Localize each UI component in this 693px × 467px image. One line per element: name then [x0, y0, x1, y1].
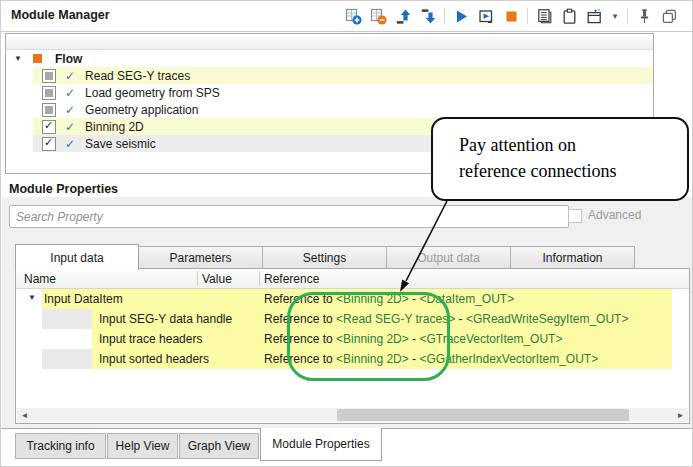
- module-label: Save seismic: [85, 137, 156, 151]
- tab-output-data[interactable]: Output data: [387, 246, 511, 269]
- property-name: Input trace headers: [99, 332, 202, 346]
- float-icon[interactable]: [660, 7, 678, 25]
- module-checkbox[interactable]: [42, 86, 56, 100]
- column-header-name[interactable]: Name: [24, 272, 56, 286]
- tab-input-data[interactable]: Input data: [15, 244, 139, 270]
- module-checkbox[interactable]: [42, 103, 56, 117]
- tab-tracking-info[interactable]: Tracking info: [15, 433, 106, 459]
- module-checkbox[interactable]: [42, 137, 56, 151]
- pin-icon[interactable]: [635, 7, 653, 25]
- table-row[interactable]: Input SEG-Y data handle Reference to <Re…: [16, 309, 672, 329]
- move-down-icon[interactable]: [419, 7, 437, 25]
- new-window-icon[interactable]: [585, 7, 603, 25]
- module-valid-check-icon: ✓: [65, 137, 75, 151]
- flow-icon: [33, 54, 42, 63]
- tab-module-properties[interactable]: Module Properties: [260, 428, 382, 461]
- property-reference: Reference to <Binning 2D> - <GTraceVecto…: [264, 332, 562, 346]
- toolbar-separator: [444, 8, 445, 24]
- advanced-label: Advanced: [588, 208, 641, 222]
- remove-module-icon[interactable]: [369, 7, 387, 25]
- tree-root-label: Flow: [55, 52, 82, 66]
- tab-graph-view[interactable]: Graph View: [179, 433, 259, 459]
- scroll-right-icon[interactable]: ►: [673, 408, 688, 422]
- toolbar: ▾: [344, 6, 678, 26]
- property-reference: Reference to <Binning 2D> - <GGatherInde…: [264, 352, 598, 366]
- add-module-icon[interactable]: [344, 7, 362, 25]
- callout-note: Pay attention on reference connections: [431, 117, 689, 201]
- horizontal-scrollbar[interactable]: ◄ ►: [17, 408, 688, 422]
- table-row[interactable]: Input trace headers Reference to <Binnin…: [16, 329, 672, 349]
- module-properties-heading: Module Properties: [9, 182, 118, 196]
- column-header-reference[interactable]: Reference: [264, 272, 319, 286]
- tab-settings[interactable]: Settings: [263, 246, 387, 269]
- property-name: Input DataItem: [44, 292, 123, 306]
- module-label: Read SEG-Y traces: [85, 69, 190, 83]
- search-property-input[interactable]: [9, 205, 569, 228]
- tree-row-flow[interactable]: ▼ Flow: [6, 50, 653, 67]
- module-valid-check-icon: ✓: [65, 120, 75, 134]
- flow-tree-header: [6, 34, 653, 50]
- paste-icon[interactable]: [560, 7, 578, 25]
- scroll-left-icon[interactable]: ◄: [17, 408, 32, 422]
- scrollbar-thumb[interactable]: [337, 409, 629, 421]
- panel-title: Module Manager: [11, 8, 110, 22]
- module-label: Geometry application: [85, 103, 198, 117]
- advanced-checkbox[interactable]: [568, 209, 582, 223]
- property-reference: Reference to <Read SEG-Y traces> - <GRea…: [264, 312, 628, 326]
- tab-parameters[interactable]: Parameters: [139, 246, 263, 269]
- module-label: Load geometry from SPS: [85, 86, 220, 100]
- tree-row-module[interactable]: ✓ Geometry application: [6, 101, 653, 118]
- run-icon[interactable]: [452, 7, 470, 25]
- module-valid-check-icon: ✓: [65, 69, 75, 83]
- toolbar-separator: [627, 8, 628, 24]
- module-properties-panel: Advanced Input data Parameters Settings …: [2, 197, 693, 428]
- column-header-value[interactable]: Value: [202, 272, 232, 286]
- property-name: Input sorted headers: [99, 352, 209, 366]
- property-name: Input SEG-Y data handle: [99, 312, 232, 326]
- collapse-triangle-icon[interactable]: ▼: [14, 55, 24, 63]
- table-row[interactable]: Input sorted headers Reference to <Binni…: [16, 349, 672, 369]
- module-valid-check-icon: ✓: [65, 103, 75, 117]
- callout-line2: reference connections: [459, 158, 677, 184]
- table-row[interactable]: ▼ Input DataItem Reference to <Binning 2…: [16, 289, 672, 309]
- report-icon[interactable]: [535, 7, 553, 25]
- module-valid-check-icon: ✓: [65, 86, 75, 100]
- tree-row-module[interactable]: ✓ Load geometry from SPS: [6, 84, 653, 101]
- module-manager-window: Module Manager: [0, 0, 693, 467]
- run-flow-icon[interactable]: [477, 7, 495, 25]
- property-tabbar: Input data Parameters Settings Output da…: [15, 244, 635, 269]
- module-checkbox[interactable]: [42, 120, 56, 134]
- tab-help-view[interactable]: Help View: [107, 433, 178, 459]
- module-label: Binning 2D: [85, 120, 144, 134]
- callout-line1: Pay attention on: [459, 132, 677, 158]
- stop-icon[interactable]: [502, 7, 520, 25]
- toolbar-separator: [527, 8, 528, 24]
- move-up-icon[interactable]: [394, 7, 412, 25]
- property-reference: Reference to <Binning 2D> - <DataItem_OU…: [264, 292, 514, 306]
- tree-row-module[interactable]: ✓ Read SEG-Y traces: [6, 67, 653, 84]
- tab-information[interactable]: Information: [511, 246, 635, 269]
- dropdown-caret-icon[interactable]: ▾: [610, 11, 620, 21]
- module-checkbox[interactable]: [42, 69, 56, 83]
- input-data-table: Name Value Reference ▼ Input DataItem Re…: [15, 268, 690, 424]
- table-header: Name Value Reference: [16, 269, 689, 289]
- panel-titlebar: Module Manager: [1, 1, 692, 32]
- row-expander-icon[interactable]: ▼: [28, 294, 36, 302]
